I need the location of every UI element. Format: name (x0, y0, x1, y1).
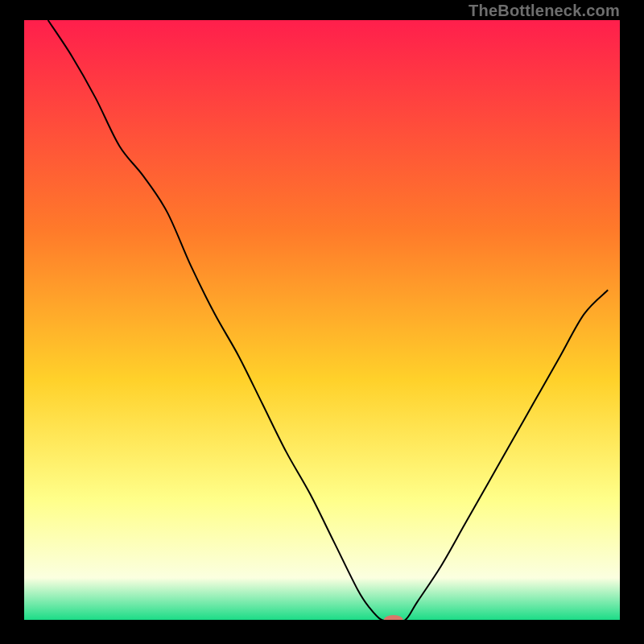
watermark-text: TheBottleneck.com (469, 2, 620, 20)
gradient-background (24, 20, 620, 620)
bottleneck-chart (24, 20, 620, 620)
chart-frame: TheBottleneck.com (0, 0, 644, 644)
